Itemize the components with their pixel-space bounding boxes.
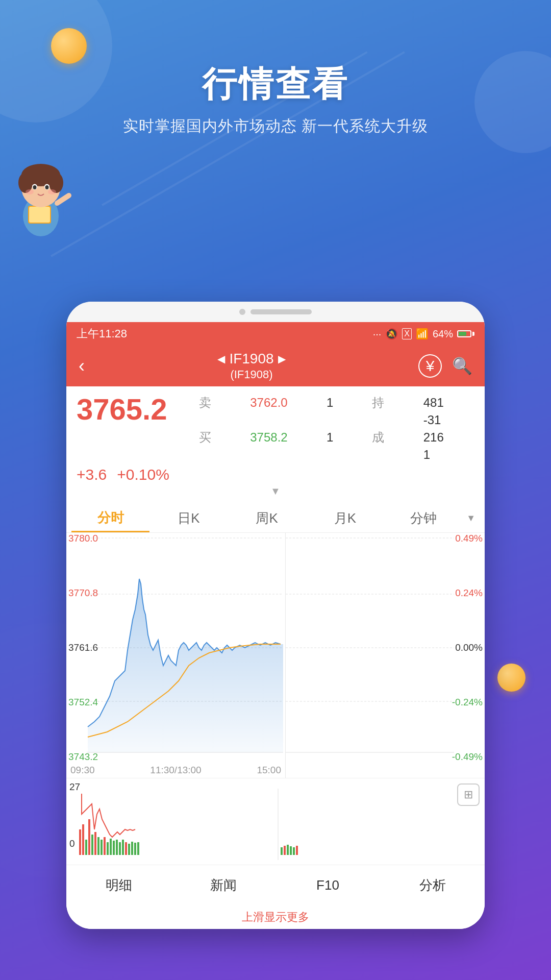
right-chart-svg <box>286 533 485 763</box>
wifi-icon: 📶 <box>416 328 429 340</box>
svg-rect-38 <box>119 842 121 855</box>
back-button[interactable]: ‹ <box>79 355 85 377</box>
signal-icon: ··· <box>373 328 382 340</box>
tab-yuek[interactable]: 月K <box>306 504 384 532</box>
svg-rect-26 <box>82 824 84 855</box>
chart-x-labels-left: 09:30 11:30/13:00 15:00 <box>66 765 285 776</box>
svg-rect-48 <box>287 845 289 855</box>
tab-fenzhong[interactable]: 分钟 <box>384 504 462 532</box>
svg-point-12 <box>26 189 34 194</box>
svg-rect-42 <box>131 842 133 855</box>
price-main-row: 3765.2 卖 3762.0 1 持 481 -31 买 3758.2 1 成… <box>77 395 474 462</box>
svg-rect-3 <box>29 207 50 223</box>
deal-qty: 216 <box>423 430 474 445</box>
price-section: 3765.2 卖 3762.0 1 持 481 -31 买 3758.2 1 成… <box>66 386 485 504</box>
volume-chart-svg <box>66 789 485 860</box>
price-details: 卖 3762.0 1 持 481 -31 买 3758.2 1 成 216 1 <box>199 395 474 462</box>
mascot-container <box>0 147 551 239</box>
tab-fenshi[interactable]: 分时 <box>71 504 149 532</box>
sell-qty: 1 <box>327 396 364 410</box>
bottom-nav: 明细 新闻 F10 分析 <box>66 865 485 905</box>
svg-rect-51 <box>296 846 298 855</box>
svg-rect-29 <box>91 835 93 855</box>
tab-zhouk[interactable]: 周K <box>228 504 306 532</box>
header-section: 行情查看 实时掌握国内外市场动态 新一代系统大升级 <box>0 0 551 137</box>
nav-arrow-left[interactable]: ◀ <box>217 353 225 365</box>
chart-right: 0.49% 0.24% 0.00% -0.24% -0.49% <box>286 533 485 778</box>
svg-rect-32 <box>101 840 103 855</box>
hold-label: 持 <box>372 395 415 411</box>
chart-area: 3780.0 3770.8 3761.6 3752.4 3743.2 <box>66 533 485 778</box>
svg-rect-46 <box>281 847 283 855</box>
svg-rect-27 <box>85 840 87 855</box>
battery-tip <box>472 332 474 336</box>
svg-rect-31 <box>97 837 99 855</box>
svg-rect-30 <box>94 832 96 855</box>
nav-symbol: ◀ IF1908 ▶ <box>217 351 285 367</box>
deal-val: 1 <box>423 448 474 462</box>
main-price: 3765.2 <box>77 395 189 424</box>
nav-mingxi[interactable]: 明细 <box>66 876 171 894</box>
x-label-start: 09:30 <box>70 765 95 776</box>
nav-subtitle: (IF1908) <box>217 368 285 381</box>
battery-body <box>457 330 471 337</box>
tab-rik[interactable]: 日K <box>149 504 228 532</box>
mute-icon: 🔕 <box>385 328 398 340</box>
svg-line-14 <box>57 195 69 203</box>
chart-left: 3780.0 3770.8 3761.6 3752.4 3743.2 <box>66 533 286 778</box>
svg-rect-39 <box>122 840 124 855</box>
nav-fenxi[interactable]: 分析 <box>380 876 485 894</box>
svg-rect-43 <box>134 843 136 855</box>
header-title: 行情查看 <box>0 61 551 108</box>
phone-dot <box>239 309 245 315</box>
x-label-mid: 11:30/13:00 <box>150 765 201 776</box>
mascot-svg <box>0 147 82 239</box>
nav-xinwen[interactable]: 新闻 <box>171 876 276 894</box>
main-chart-svg <box>66 533 286 763</box>
hold-change: -31 <box>423 413 474 427</box>
deal-label: 成 <box>372 429 415 446</box>
price-change-row: +3.6 +0.10% <box>77 466 474 483</box>
svg-rect-50 <box>293 847 295 855</box>
header-subtitle: 实时掌握国内外市场动态 新一代系统大升级 <box>0 116 551 137</box>
sell-price: 3762.0 <box>250 396 318 410</box>
svg-rect-37 <box>116 840 118 855</box>
svg-rect-49 <box>290 846 292 855</box>
svg-rect-35 <box>110 839 112 855</box>
price-change-pct: +0.10% <box>117 466 169 483</box>
svg-rect-28 <box>88 819 90 855</box>
bottom-hint: 上滑显示更多 <box>66 905 485 929</box>
nav-symbol-name: IF1908 <box>229 351 273 367</box>
battery-icon <box>457 330 474 337</box>
svg-point-11 <box>45 185 49 189</box>
nav-arrow-right[interactable]: ▶ <box>278 353 286 365</box>
svg-rect-36 <box>113 841 115 855</box>
chart-tabs: 分时 日K 周K 月K 分钟 ▼ <box>66 504 485 533</box>
x-label-end: 15:00 <box>257 765 281 776</box>
nav-actions: ¥ 🔍 <box>418 354 472 378</box>
svg-rect-33 <box>104 837 106 855</box>
sell-label: 卖 <box>199 395 242 411</box>
search-button[interactable]: 🔍 <box>452 356 472 376</box>
svg-rect-40 <box>125 842 127 855</box>
phone-notch <box>66 302 485 322</box>
nav-bar: ‹ ◀ IF1908 ▶ (IF1908) ¥ 🔍 <box>66 346 485 386</box>
volume-area: 27 0 ⊞ <box>66 778 485 865</box>
svg-point-13 <box>48 189 56 194</box>
status-right: ··· 🔕 X 📶 64% <box>373 328 474 340</box>
buy-label: 买 <box>199 429 242 446</box>
buy-qty: 1 <box>327 430 364 445</box>
status-bar: 上午11:28 ··· 🔕 X 📶 64% <box>66 322 485 346</box>
svg-rect-25 <box>79 829 81 855</box>
buy-price: 3758.2 <box>250 430 318 445</box>
svg-rect-41 <box>128 844 130 855</box>
float-ball-3 <box>497 664 525 692</box>
tab-dropdown[interactable]: ▼ <box>462 513 480 524</box>
hold-qty: 481 <box>423 396 474 410</box>
nav-f10[interactable]: F10 <box>276 877 380 893</box>
svg-point-10 <box>33 185 37 189</box>
phone-bar <box>251 309 312 314</box>
svg-rect-34 <box>107 842 109 855</box>
yen-icon-button[interactable]: ¥ <box>418 354 442 378</box>
status-time: 上午11:28 <box>77 326 127 341</box>
